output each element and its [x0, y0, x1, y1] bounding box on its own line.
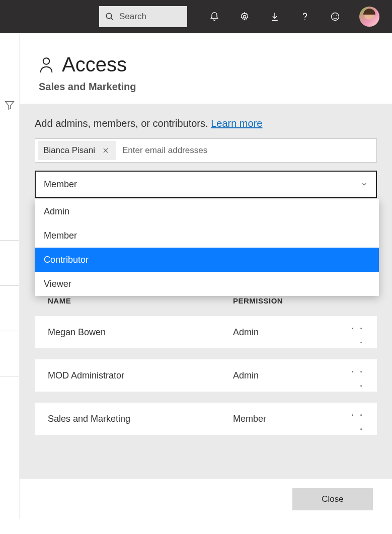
instruction-label: Add admins, members, or contributors.	[35, 118, 211, 129]
table-header: NAME PERMISSION	[35, 296, 377, 305]
topbar-actions	[199, 0, 350, 33]
svg-point-4	[332, 13, 339, 21]
help-icon[interactable]	[290, 0, 320, 33]
dropdown-item-admin[interactable]: Admin	[35, 199, 379, 223]
dropdown-item-contributor[interactable]: Contributor	[35, 248, 379, 272]
notifications-icon[interactable]	[199, 0, 229, 33]
chip-label: Bianca Pisani	[43, 145, 95, 156]
email-placeholder: Enter email addresses	[122, 145, 207, 156]
role-dropdown: Admin Member Contributor Viewer	[35, 199, 379, 296]
chevron-down-icon	[361, 181, 368, 188]
instruction-text: Add admins, members, or contributors. Le…	[35, 118, 377, 129]
dropdown-item-member[interactable]: Member	[35, 223, 379, 248]
avatar[interactable]	[359, 7, 379, 27]
svg-point-0	[106, 13, 112, 19]
download-icon[interactable]	[260, 0, 290, 33]
panel-footer: Close	[20, 479, 392, 519]
header-name: NAME	[48, 296, 233, 305]
row-name: MOD Administrator	[48, 370, 233, 381]
header-permission: PERMISSION	[233, 296, 364, 305]
row-name: Megan Bowen	[48, 327, 233, 338]
svg-line-1	[111, 18, 113, 20]
top-bar: Search	[0, 0, 392, 33]
panel-header: Access Sales and Marketing	[20, 34, 392, 104]
search-placeholder: Search	[119, 12, 146, 22]
feedback-icon[interactable]	[320, 0, 350, 33]
learn-more-link[interactable]: Learn more	[211, 118, 262, 129]
more-icon[interactable]: . . .	[349, 318, 364, 346]
table-row: MOD Administrator Admin . . .	[35, 359, 377, 392]
search-input[interactable]: Search	[99, 6, 187, 27]
email-input[interactable]: Bianca Pisani Enter email addresses	[35, 138, 377, 163]
settings-icon[interactable]	[229, 0, 260, 33]
filter-icon[interactable]	[4, 100, 15, 111]
svg-point-7	[43, 58, 50, 64]
person-icon	[39, 56, 54, 74]
role-select[interactable]: Member	[35, 171, 377, 198]
page-title: Access	[62, 53, 127, 76]
page-subtitle: Sales and Marketing	[39, 81, 373, 93]
dropdown-item-viewer[interactable]: Viewer	[35, 272, 379, 296]
role-selected-label: Member	[44, 179, 77, 190]
email-chip: Bianca Pisani	[38, 141, 116, 160]
svg-point-5	[334, 16, 335, 17]
svg-point-6	[336, 16, 337, 17]
row-permission: Admin	[233, 327, 349, 338]
chip-remove-icon[interactable]	[100, 146, 111, 155]
row-permission: Admin	[233, 370, 349, 381]
row-permission: Member	[233, 414, 349, 424]
more-icon[interactable]: . . .	[349, 405, 364, 433]
table-row: Megan Bowen Admin . . .	[35, 316, 377, 348]
access-panel: Access Sales and Marketing Add admins, m…	[19, 34, 392, 519]
svg-point-3	[304, 19, 305, 20]
row-name: Sales and Marketing	[48, 414, 233, 424]
more-icon[interactable]: . . .	[349, 361, 364, 390]
close-button[interactable]: Close	[292, 488, 373, 510]
panel-body: Add admins, members, or contributors. Le…	[20, 104, 392, 479]
table-row: Sales and Marketing Member . . .	[35, 403, 377, 435]
svg-point-2	[244, 16, 246, 18]
search-icon	[105, 12, 114, 21]
left-gutter	[0, 34, 19, 487]
